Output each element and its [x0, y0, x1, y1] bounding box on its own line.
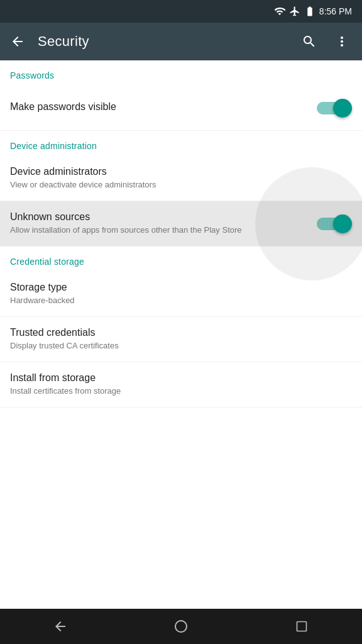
install-from-storage-text: Install from storage Install certificate… — [10, 372, 352, 397]
device-administrators-item[interactable]: Device administrators View or deactivate… — [0, 156, 362, 201]
make-passwords-visible-text: Make passwords visible — [10, 101, 317, 114]
unknown-sources-title: Unknown sources — [10, 211, 307, 223]
device-administrators-text: Device administrators View or deactivate… — [10, 166, 352, 191]
device-admin-section-header: Device administration — [0, 131, 362, 156]
svg-point-0 — [175, 621, 187, 632]
nav-home-icon — [173, 619, 189, 634]
unknown-sources-item[interactable]: Unknown sources Allow installation of ap… — [0, 201, 362, 247]
nav-back-icon — [53, 619, 68, 634]
trusted-credentials-text: Trusted credentials Display trusted CA c… — [10, 327, 352, 352]
unknown-sources-text: Unknown sources Allow installation of ap… — [10, 211, 317, 236]
status-icons: 8:56 PM — [274, 6, 352, 17]
nav-recents-icon — [295, 620, 308, 633]
storage-type-item[interactable]: Storage type Hardware-backed — [0, 272, 362, 317]
device-administrators-subtitle: View or deactivate device administrators — [10, 179, 342, 191]
more-icon — [334, 34, 349, 49]
toggle-thumb — [333, 99, 352, 118]
trusted-credentials-subtitle: Display trusted CA certificates — [10, 340, 342, 352]
status-time: 8:56 PM — [319, 6, 352, 16]
trusted-credentials-title: Trusted credentials — [10, 327, 342, 338]
status-bar: 8:56 PM — [0, 0, 362, 23]
wifi-icon — [274, 6, 285, 17]
app-bar: Security — [0, 23, 362, 60]
storage-type-subtitle: Hardware-backed — [10, 295, 342, 306]
page-title: Security — [38, 33, 289, 50]
nav-back-button[interactable] — [41, 609, 79, 644]
unknown-sources-subtitle: Allow installation of apps from sources … — [10, 225, 307, 236]
trusted-credentials-item[interactable]: Trusted credentials Display trusted CA c… — [0, 317, 362, 362]
nav-bar — [0, 609, 362, 644]
search-button[interactable] — [294, 26, 324, 57]
app-bar-actions — [294, 26, 357, 57]
install-from-storage-subtitle: Install certificates from storage — [10, 386, 342, 397]
nav-home-button[interactable] — [162, 609, 200, 644]
install-from-storage-title: Install from storage — [10, 372, 342, 384]
unknown-sources-toggle[interactable] — [317, 214, 352, 233]
storage-type-text: Storage type Hardware-backed — [10, 282, 352, 306]
nav-recents-button[interactable] — [283, 609, 321, 644]
make-passwords-visible-toggle[interactable] — [317, 99, 352, 118]
device-administrators-title: Device administrators — [10, 166, 342, 177]
more-options-button[interactable] — [327, 26, 357, 57]
back-icon — [10, 34, 25, 49]
search-icon — [302, 34, 317, 49]
battery-icon — [304, 6, 315, 17]
storage-type-title: Storage type — [10, 282, 342, 293]
back-button[interactable] — [3, 26, 33, 57]
credential-storage-section-header: Credential storage — [0, 247, 362, 272]
passwords-section-header: Passwords — [0, 60, 362, 86]
content-area: Passwords Make passwords visible Device … — [0, 60, 362, 609]
make-passwords-visible-item[interactable]: Make passwords visible — [0, 86, 362, 131]
make-passwords-visible-title: Make passwords visible — [10, 101, 307, 113]
svg-rect-1 — [297, 622, 307, 631]
toggle-thumb — [333, 214, 352, 233]
install-from-storage-item[interactable]: Install from storage Install certificate… — [0, 362, 362, 408]
airplane-icon — [289, 6, 300, 17]
